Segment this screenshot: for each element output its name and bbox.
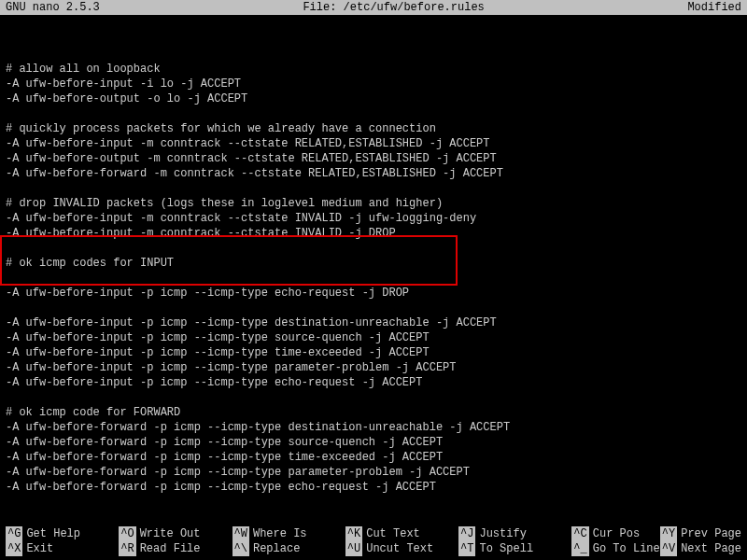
shortcut-go-to-line[interactable]: ^_Go To Line^VNext Page	[571, 541, 741, 556]
file-content: # allow all on loopback -A ufw-before-in…	[6, 63, 510, 494]
shortcut-replace[interactable]: ^\Replace	[233, 541, 345, 556]
nano-header: GNU nano 2.5.3 File: /etc/ufw/before.rul…	[0, 0, 747, 15]
shortcut-cut-text[interactable]: ^KCut Text	[345, 526, 458, 541]
shortcut-where-is[interactable]: ^WWhere Is	[233, 526, 345, 541]
shortcut-exit[interactable]: ^XExit	[6, 541, 119, 556]
shortcut-bar: ^GGet Help ^OWrite Out ^WWhere Is ^KCut …	[0, 526, 747, 556]
shortcut-read-file[interactable]: ^RRead File	[119, 541, 232, 556]
shortcut-write-out[interactable]: ^OWrite Out	[119, 526, 232, 541]
modified-status: Modified	[687, 0, 741, 15]
shortcut-cur-pos[interactable]: ^CCur Pos ^YPrev Page	[571, 526, 741, 541]
app-name: GNU nano 2.5.3	[6, 0, 100, 15]
file-name: File: /etc/ufw/before.rules	[100, 0, 688, 15]
shortcut-get-help[interactable]: ^GGet Help	[6, 526, 119, 541]
editor-area[interactable]: # allow all on loopback -A ufw-before-in…	[0, 15, 747, 525]
shortcut-to-spell[interactable]: ^TTo Spell	[458, 541, 571, 556]
shortcut-uncut-text[interactable]: ^UUncut Text	[345, 541, 458, 556]
shortcut-justify[interactable]: ^JJustify	[458, 526, 571, 541]
